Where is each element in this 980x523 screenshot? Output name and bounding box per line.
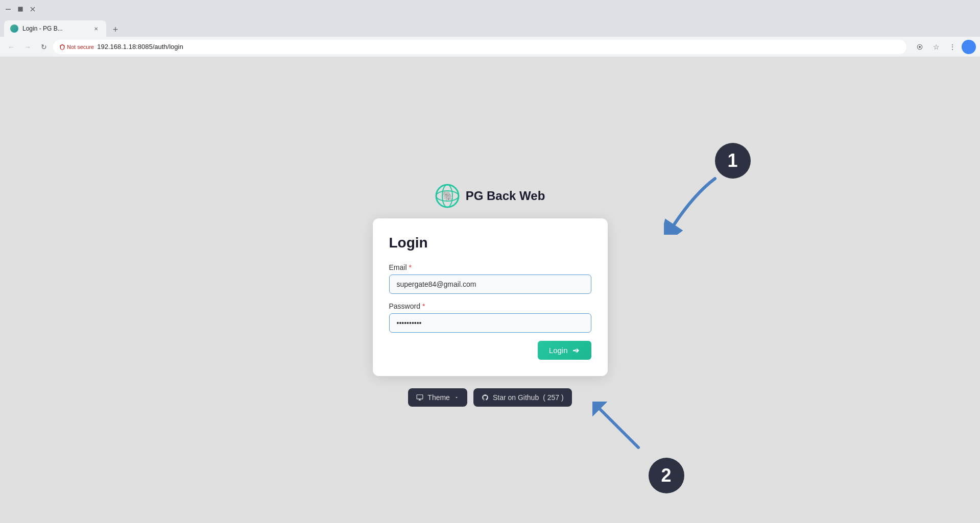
title-bar xyxy=(0,0,980,18)
bookmark-button[interactable]: ☆ xyxy=(929,40,943,54)
email-form-group: Email * xyxy=(389,263,591,294)
page-content: 🐘 PG Back Web Login Email * Password * xyxy=(0,57,980,523)
svg-rect-0 xyxy=(6,9,11,10)
browser-chrome: Login - PG B... ✕ + ← → ↻ Not secure 192… xyxy=(0,0,980,57)
tab-close-button[interactable]: ✕ xyxy=(92,24,100,33)
login-container: 🐘 PG Back Web Login Email * Password * xyxy=(373,184,608,407)
theme-button[interactable]: Theme xyxy=(408,388,467,407)
password-input[interactable] xyxy=(389,313,591,333)
reload-button[interactable]: ↻ xyxy=(37,40,51,54)
login-card: Login Email * Password * Login xyxy=(373,218,608,376)
menu-button[interactable]: ⋮ xyxy=(945,40,960,54)
logo-area: 🐘 PG Back Web xyxy=(435,184,545,208)
annotation-2-group: 2 xyxy=(649,458,684,493)
annotation-1-group: 1 xyxy=(715,143,751,179)
svg-rect-1 xyxy=(18,7,22,11)
security-badge: Not secure xyxy=(59,44,94,50)
address-bar-row: ← → ↻ Not secure 192.168.1.18:8085/auth/… xyxy=(0,37,980,57)
tab-title: Login - PG B... xyxy=(22,25,88,32)
annotation-1-arrow xyxy=(664,173,730,235)
email-required-star: * xyxy=(409,263,412,271)
chevron-down-icon xyxy=(454,395,459,400)
restore-button[interactable] xyxy=(16,5,25,13)
security-text: Not secure xyxy=(67,44,94,50)
new-tab-button[interactable]: + xyxy=(108,22,123,37)
password-required-star: * xyxy=(422,302,425,310)
password-manager-icon[interactable] xyxy=(913,40,927,54)
email-label: Email * xyxy=(389,263,591,271)
tab-favicon xyxy=(10,24,18,33)
app-name: PG Back Web xyxy=(466,189,545,203)
login-footer: Login xyxy=(389,341,591,360)
email-input[interactable] xyxy=(389,275,591,294)
minimize-button[interactable] xyxy=(4,5,12,13)
svg-text:🐘: 🐘 xyxy=(442,190,454,202)
annotation-2-arrow xyxy=(592,402,659,463)
login-title: Login xyxy=(389,235,591,251)
window-controls xyxy=(4,5,37,13)
password-form-group: Password * xyxy=(389,302,591,333)
tab-bar: Login - PG B... ✕ + xyxy=(0,18,980,37)
monitor-icon xyxy=(416,394,423,401)
address-bar[interactable]: Not secure 192.168.1.18:8085/auth/login xyxy=(53,40,906,54)
github-button[interactable]: Star on Github ( 257 ) xyxy=(473,388,572,407)
password-label: Password * xyxy=(389,302,591,310)
annotation-2-circle: 2 xyxy=(649,458,684,493)
login-button[interactable]: Login xyxy=(538,341,591,360)
github-star-icon xyxy=(482,394,489,401)
close-button[interactable] xyxy=(29,5,37,13)
bottom-bar: Theme Star on Github ( 257 ) xyxy=(408,388,571,407)
url-text: 192.168.1.18:8085/auth/login xyxy=(97,43,183,51)
svg-point-4 xyxy=(919,46,921,48)
back-button[interactable]: ← xyxy=(4,40,18,54)
active-tab[interactable]: Login - PG B... ✕ xyxy=(4,20,106,37)
forward-button[interactable]: → xyxy=(20,40,35,54)
login-arrow-icon xyxy=(572,346,580,355)
browser-actions: ☆ ⋮ xyxy=(913,40,976,54)
pg-back-web-logo: 🐘 xyxy=(435,184,460,208)
profile-avatar[interactable] xyxy=(962,40,976,54)
